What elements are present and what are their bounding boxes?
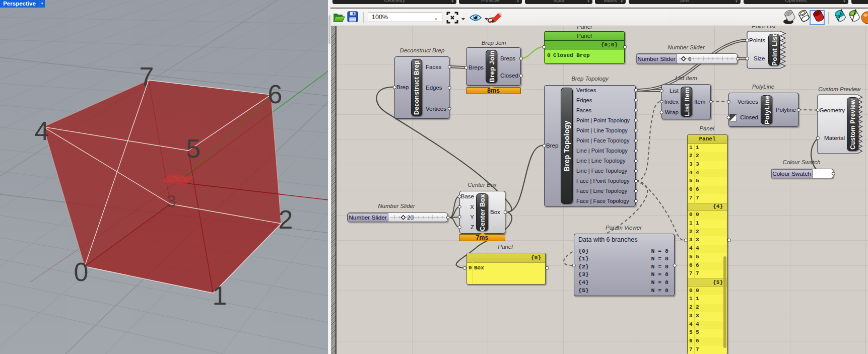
svg-text:6: 6 [688,56,691,62]
svg-text:20: 20 [407,215,414,221]
